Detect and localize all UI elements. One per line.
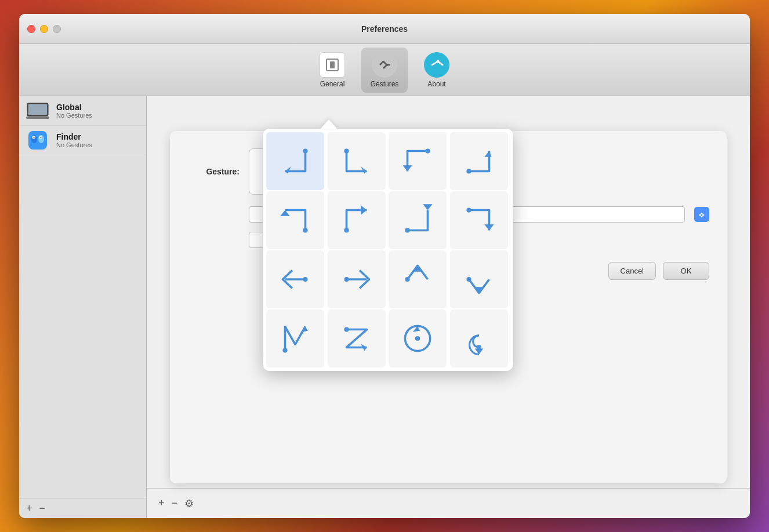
svg-point-4 xyxy=(426,54,447,75)
gesture-cell-up-chevron[interactable] xyxy=(389,250,447,308)
toolbar-btn-gestures[interactable]: Gestures xyxy=(361,48,408,93)
maximize-button[interactable] xyxy=(53,25,61,33)
finder-subtitle: No Gestures xyxy=(56,141,92,148)
gesture-cell-down-right[interactable] xyxy=(328,132,386,190)
sidebar-item-global[interactable]: Global No Gestures xyxy=(19,96,146,126)
main-area: Global No Gestures xyxy=(19,96,750,518)
finder-name: Finder xyxy=(56,132,92,141)
finder-icon xyxy=(26,132,49,149)
gesture-grid xyxy=(266,132,510,367)
sidebar-remove-button[interactable]: − xyxy=(39,503,46,513)
toolbar: General Gestures xyxy=(19,44,750,96)
cancel-button[interactable]: Cancel xyxy=(608,262,656,280)
svg-marker-19 xyxy=(285,166,291,173)
svg-point-5 xyxy=(437,60,440,63)
gesture-picker-container xyxy=(263,119,513,371)
stepper-control[interactable] xyxy=(694,207,709,222)
gestures-label: Gestures xyxy=(371,80,399,88)
gesture-cell-left-chevron[interactable] xyxy=(266,250,324,308)
global-icon xyxy=(26,102,49,119)
ok-button[interactable]: OK xyxy=(663,262,709,280)
content-add-button[interactable]: + xyxy=(158,497,165,509)
gesture-cell-up-left[interactable] xyxy=(266,191,324,249)
picker-arrow-up xyxy=(321,119,337,129)
content-footer: + − ⚙ xyxy=(147,488,750,518)
gesture-cell-left-up[interactable] xyxy=(328,191,386,249)
svg-rect-9 xyxy=(28,131,47,150)
gesture-cell-z-shape[interactable] xyxy=(328,309,386,367)
preferences-window: Preferences General Ges xyxy=(19,14,750,518)
titlebar: Preferences xyxy=(19,14,750,44)
general-icon xyxy=(320,52,345,78)
sidebar-footer: + − xyxy=(19,498,146,518)
content-remove-button[interactable]: − xyxy=(172,497,178,509)
global-name: Global xyxy=(56,103,92,112)
close-button[interactable] xyxy=(27,25,35,33)
window-title: Preferences xyxy=(361,24,408,34)
minimize-button[interactable] xyxy=(40,25,48,33)
svg-marker-29 xyxy=(361,205,367,214)
svg-rect-1 xyxy=(330,61,335,68)
gesture-label: Gesture: xyxy=(187,167,240,176)
content-settings-button[interactable]: ⚙ xyxy=(184,497,194,510)
content-area: Gesture: xyxy=(147,96,750,518)
svg-marker-31 xyxy=(423,204,432,210)
gesture-cell-down-chevron[interactable] xyxy=(450,250,508,308)
svg-rect-8 xyxy=(26,116,49,119)
gestures-icon xyxy=(372,52,397,78)
svg-point-2 xyxy=(374,54,395,75)
gesture-cell-left-down[interactable] xyxy=(389,132,447,190)
gesture-cell-down-left[interactable] xyxy=(266,132,324,190)
toolbar-btn-about[interactable]: About xyxy=(413,48,460,93)
gesture-cell-circle[interactable] xyxy=(389,309,447,367)
gesture-grid-popup xyxy=(263,129,513,371)
global-subtitle: No Gestures xyxy=(56,112,92,119)
svg-point-12 xyxy=(34,137,35,138)
traffic-lights xyxy=(27,25,61,33)
sidebar-add-button[interactable]: + xyxy=(26,503,32,513)
svg-point-15 xyxy=(41,137,42,138)
general-label: General xyxy=(320,80,345,88)
svg-marker-33 xyxy=(484,224,494,230)
sidebar-list: Global No Gestures xyxy=(19,96,146,498)
gesture-cell-spiral[interactable] xyxy=(450,309,508,367)
gesture-cell-up-right[interactable] xyxy=(389,191,447,249)
about-label: About xyxy=(427,80,445,88)
gesture-cell-right-down[interactable] xyxy=(450,191,508,249)
finder-text: Finder No Gestures xyxy=(56,132,92,148)
gesture-cell-right-up[interactable] xyxy=(450,132,508,190)
global-text: Global No Gestures xyxy=(56,103,92,119)
about-icon xyxy=(424,52,449,78)
toolbar-btn-general[interactable]: General xyxy=(309,48,356,93)
svg-rect-7 xyxy=(28,104,47,115)
svg-point-44 xyxy=(415,336,420,341)
svg-point-3 xyxy=(386,64,388,66)
svg-marker-21 xyxy=(361,166,367,173)
gesture-cell-n-shape[interactable] xyxy=(266,309,324,367)
sidebar-item-finder[interactable]: Finder No Gestures xyxy=(19,126,146,155)
sidebar: Global No Gestures xyxy=(19,96,147,518)
svg-marker-25 xyxy=(484,151,491,157)
svg-marker-23 xyxy=(402,165,412,171)
gesture-cell-right-chevron[interactable] xyxy=(328,250,386,308)
